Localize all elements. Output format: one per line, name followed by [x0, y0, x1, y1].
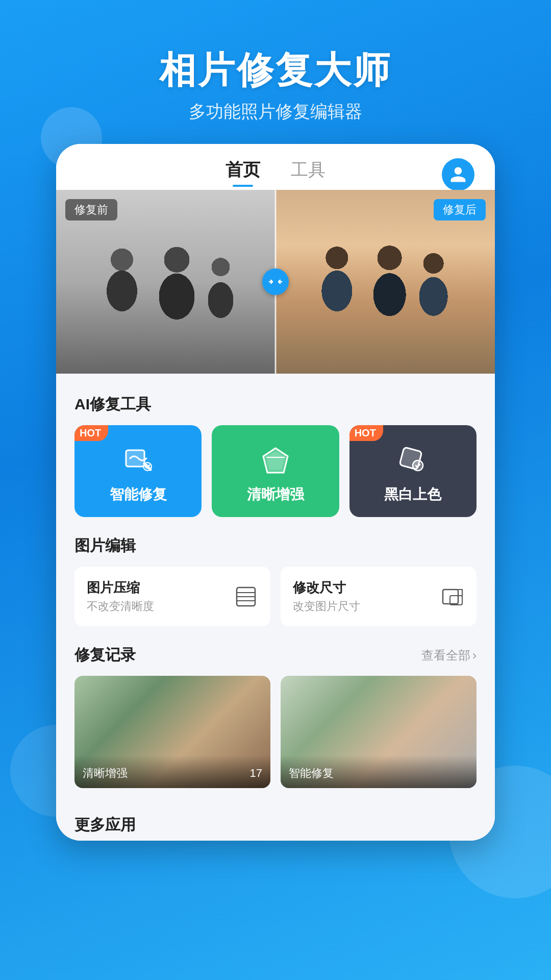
record-label-clarity: 清晰增强 17	[74, 755, 270, 788]
hot-badge-colorize: HOT	[349, 425, 383, 441]
repair-icon	[122, 444, 155, 477]
tab-tools[interactable]: 工具	[276, 158, 341, 182]
record-count-clarity: 17	[250, 767, 262, 780]
records-grid: 清晰增强 17 智能修复	[74, 676, 477, 788]
tab-home[interactable]: 首页	[210, 158, 276, 182]
compress-svg	[235, 585, 257, 608]
records-section-title: 修复记录	[74, 645, 136, 666]
record-card-clarity[interactable]: 清晰增强 17	[74, 676, 270, 788]
badge-after: 修复后	[434, 199, 486, 220]
compress-icon	[234, 584, 258, 609]
content-area: AI修复工具 HOT 智能修复	[56, 374, 495, 804]
tool-card-colorize[interactable]: HOT 黑白上色	[349, 425, 477, 517]
tool-card-clarity[interactable]: 清晰增强	[212, 425, 339, 517]
edit-tools-row: 图片压缩 不改变清晰度 修改尺寸 改变图片尺寸	[74, 567, 477, 626]
comparison-section: 修复前 修复后	[56, 190, 495, 374]
compress-desc: 不改变清晰度	[87, 599, 154, 614]
svg-rect-0	[126, 450, 144, 467]
edit-tool-resize-text: 修改尺寸 改变图片尺寸	[293, 579, 360, 614]
compress-name: 图片压缩	[87, 579, 154, 597]
arrows-icon	[267, 274, 284, 290]
tool-label-smart-repair: 智能修复	[110, 485, 167, 504]
user-icon	[449, 165, 467, 184]
phone-card: 首页 工具 修复前 修复后 AI修复工具 HOT	[56, 144, 495, 841]
user-avatar[interactable]	[442, 158, 474, 191]
hot-badge-repair: HOT	[74, 425, 108, 441]
diamond-icon	[259, 444, 292, 477]
edit-tool-resize[interactable]: 修改尺寸 改变图片尺寸	[281, 567, 477, 626]
colorize-icon	[396, 444, 429, 477]
tool-card-smart-repair[interactable]: HOT 智能修复	[74, 425, 202, 517]
view-all-button[interactable]: 查看全部 ›	[421, 647, 477, 664]
badge-before: 修复前	[65, 199, 117, 220]
resize-desc: 改变图片尺寸	[293, 599, 360, 614]
record-card-repair[interactable]: 智能修复	[281, 676, 477, 788]
chevron-icon: ›	[472, 648, 477, 663]
more-apps-section: 更多应用	[56, 804, 495, 841]
view-all-label: 查看全部	[421, 647, 470, 664]
records-header: 修复记录 查看全部 ›	[74, 645, 477, 666]
record-label-repair: 智能修复	[281, 755, 477, 788]
record-label-text-repair: 智能修复	[289, 766, 334, 781]
record-label-text-clarity: 清晰增强	[83, 766, 128, 781]
app-subtitle: 多功能照片修复编辑器	[159, 100, 392, 124]
ai-tools-grid: HOT 智能修复 清晰增强	[74, 425, 477, 517]
ai-tools-section-title: AI修复工具	[74, 394, 477, 415]
resize-svg	[441, 585, 463, 608]
app-title: 相片修复大师	[159, 46, 392, 95]
tool-label-clarity: 清晰增强	[247, 485, 304, 504]
edit-tool-compress[interactable]: 图片压缩 不改变清晰度	[74, 567, 270, 626]
more-apps-title: 更多应用	[74, 815, 477, 836]
resize-name: 修改尺寸	[293, 579, 360, 597]
comparison-divider-icon	[262, 268, 289, 295]
svg-point-8	[413, 460, 423, 471]
app-header: 相片修复大师 多功能照片修复编辑器	[159, 0, 392, 144]
tool-label-colorize: 黑白上色	[384, 485, 441, 504]
nav-bar: 首页 工具	[56, 144, 495, 190]
edit-tools-section-title: 图片编辑	[74, 535, 477, 556]
edit-tool-compress-text: 图片压缩 不改变清晰度	[87, 579, 154, 614]
resize-icon	[440, 584, 464, 609]
